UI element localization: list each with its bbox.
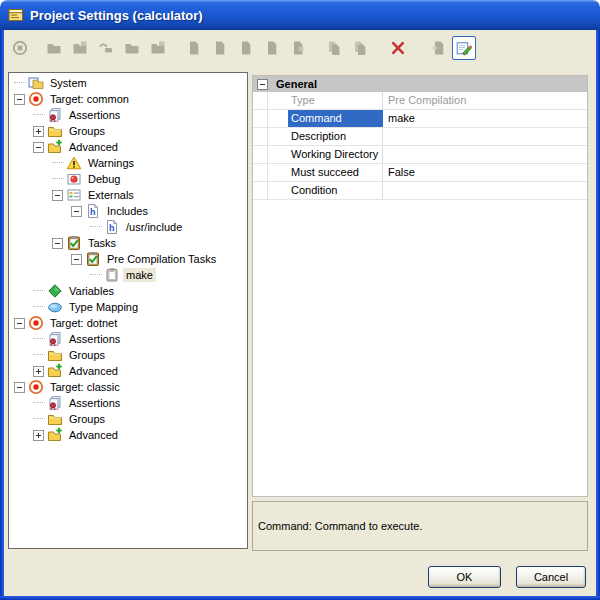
tree-item-label: Includes (104, 204, 151, 218)
folder-plus-icon (47, 363, 63, 379)
tree-connector (90, 274, 102, 276)
delete-x-icon (390, 40, 406, 56)
collapse-toggle[interactable] (14, 382, 25, 393)
property-value[interactable] (383, 146, 587, 163)
row-indent (268, 110, 288, 127)
property-name[interactable]: Description (288, 128, 383, 145)
tree-item-advanced-common[interactable]: Advanced (9, 139, 247, 155)
tree-item-label: Assertions (66, 332, 123, 346)
tree-item-label: Warnings (85, 156, 137, 170)
tree-item-advanced-dotnet[interactable]: Advanced (9, 363, 247, 379)
expand-toggle[interactable] (33, 366, 44, 377)
collapse-toggle[interactable] (33, 142, 44, 153)
property-value[interactable]: Pre Compilation (383, 92, 587, 109)
collapse-toggle[interactable] (52, 238, 63, 249)
property-value[interactable]: False (383, 164, 587, 181)
property-name[interactable]: Type (288, 92, 383, 109)
tree-item-pre-compilation-tasks[interactable]: Pre Compilation Tasks (9, 251, 247, 267)
folder-add-button (68, 36, 92, 60)
edit-button[interactable] (452, 36, 476, 60)
folder-icon (47, 347, 63, 363)
tree-item-debug[interactable]: Debug (9, 171, 247, 187)
tree-item-system[interactable]: System (9, 75, 247, 91)
folder-icon (47, 411, 63, 427)
folder-plus-icon (47, 139, 63, 155)
rename-icon (98, 40, 114, 56)
tree-item-externals[interactable]: Externals (9, 187, 247, 203)
tree-connector (90, 226, 102, 228)
property-value[interactable] (383, 128, 587, 145)
collapse-toggle[interactable] (71, 254, 82, 265)
folder-add-icon (72, 40, 88, 56)
externals-icon (66, 187, 82, 203)
tree-item-usr-include[interactable]: /usr/include (9, 219, 247, 235)
tree-item-assertions-classic[interactable]: Assertions (9, 395, 247, 411)
tree-item-groups-dotnet[interactable]: Groups (9, 347, 247, 363)
system-icon (28, 75, 44, 91)
property-row-working-directory[interactable]: Working Directory (253, 146, 587, 164)
tree-item-assertions-common[interactable]: Assertions (9, 107, 247, 123)
tree-item-groups-classic[interactable]: Groups (9, 411, 247, 427)
tree-connector (33, 354, 45, 356)
window-border-bottom (0, 596, 600, 600)
target-icon (28, 315, 44, 331)
folder-copy-icon (150, 40, 166, 56)
copy-button (322, 36, 346, 60)
tree-item-target-classic[interactable]: Target: classic (9, 379, 247, 395)
row-indent (268, 92, 288, 109)
record-circle-button (8, 36, 32, 60)
property-row-type[interactable]: Type Pre Compilation (253, 92, 587, 110)
row-gutter (253, 92, 268, 109)
row-indent (268, 128, 288, 145)
header-doc-icon (104, 219, 120, 235)
collapse-toggle[interactable] (14, 94, 25, 105)
property-row-command[interactable]: Command make (253, 110, 587, 128)
row-gutter (253, 146, 268, 163)
property-row-condition[interactable]: Condition (253, 182, 587, 200)
tree-item-target-dotnet[interactable]: Target: dotnet (9, 315, 247, 331)
property-name-selected[interactable]: Command (288, 110, 383, 127)
tree-connector (33, 290, 45, 292)
property-value[interactable]: make (383, 110, 587, 127)
tree-item-variables[interactable]: Variables (9, 283, 247, 299)
category-collapse-toggle[interactable] (257, 79, 268, 90)
tree-item-make[interactable]: make (9, 267, 247, 283)
tree-item-assertions-dotnet[interactable]: Assertions (9, 331, 247, 347)
property-name[interactable]: Condition (288, 182, 383, 199)
tree-item-label: Groups (66, 124, 108, 138)
property-name[interactable]: Working Directory (288, 146, 383, 163)
titlebar[interactable]: Project Settings (calculator) (0, 0, 600, 30)
collapse-toggle[interactable] (71, 206, 82, 217)
target-icon (28, 379, 44, 395)
property-row-description[interactable]: Description (253, 128, 587, 146)
row-gutter (253, 164, 268, 181)
tree-item-advanced-classic[interactable]: Advanced (9, 427, 247, 443)
tree-item-groups-common[interactable]: Groups (9, 123, 247, 139)
collapse-toggle[interactable] (52, 190, 63, 201)
tree-item-includes[interactable]: Includes (9, 203, 247, 219)
collapse-toggle[interactable] (14, 318, 25, 329)
expand-toggle[interactable] (33, 430, 44, 441)
tree-item-warnings[interactable]: Warnings (9, 155, 247, 171)
row-indent (268, 146, 288, 163)
category-general[interactable]: General (253, 76, 587, 92)
expand-toggle[interactable] (33, 126, 44, 137)
import-button (426, 36, 450, 60)
tree-item-target-common[interactable]: Target: common (9, 91, 247, 107)
folder-open-icon (124, 40, 140, 56)
assertions-icon (47, 107, 63, 123)
property-value[interactable] (383, 182, 587, 199)
delete-button[interactable] (386, 36, 410, 60)
property-row-must-succeed[interactable]: Must succeed False (253, 164, 587, 182)
type-mapping-icon (47, 299, 63, 315)
ok-button[interactable]: OK (428, 566, 501, 588)
tree-item-label: Advanced (66, 140, 121, 154)
tree-item-type-mapping[interactable]: Type Mapping (9, 299, 247, 315)
folder-icon (47, 123, 63, 139)
window-border-left (0, 28, 4, 600)
property-name[interactable]: Must succeed (288, 164, 383, 181)
import-icon (430, 40, 446, 56)
tree-item-tasks[interactable]: Tasks (9, 235, 247, 251)
tree-connector (33, 418, 45, 420)
cancel-button[interactable]: Cancel (516, 566, 586, 588)
